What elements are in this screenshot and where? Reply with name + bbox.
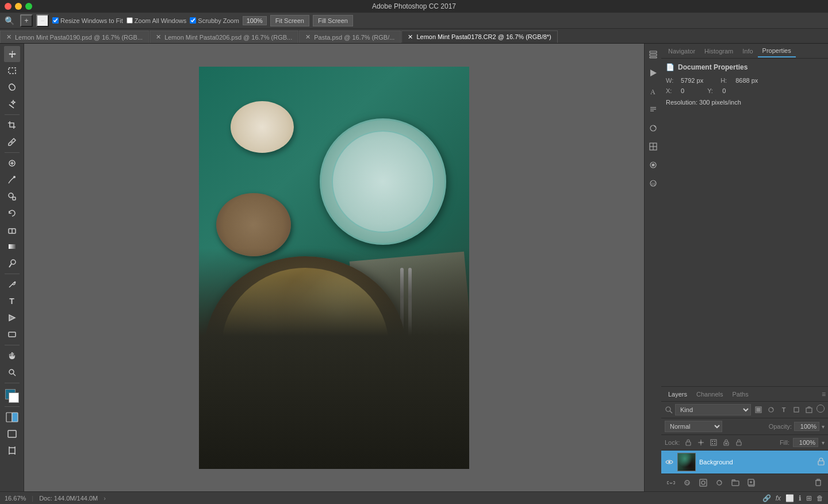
add-mask-button[interactable]	[697, 476, 710, 489]
tab-layers[interactable]: Layers	[664, 388, 692, 400]
tab-0[interactable]: ✕ Lemon Mint Pasta0190.psd @ 16.7% (RGB.…	[0, 30, 149, 43]
minimize-button[interactable]	[15, 3, 22, 10]
fill-value[interactable]: 100%	[793, 438, 818, 447]
spot-heal-tool[interactable]	[4, 155, 20, 171]
zoom-value-input[interactable]	[243, 16, 267, 25]
layer-kind-select[interactable]: Kind	[675, 404, 751, 415]
toolbar-separator-4	[5, 345, 20, 345]
hand-tool[interactable]	[4, 348, 20, 364]
history-brush-tool[interactable]	[4, 205, 20, 221]
lock-pixels-button[interactable]	[683, 437, 693, 448]
plate-inner	[332, 130, 434, 233]
tab-0-title: Lemon Mint Pasta0190.psd @ 16.7% (RGB...	[15, 34, 143, 41]
gradient-tool[interactable]	[4, 238, 20, 255]
layer-visibility-eye[interactable]	[665, 457, 674, 467]
shape-tool[interactable]	[4, 326, 20, 343]
fill-screen-button[interactable]: Fill Screen	[313, 15, 353, 26]
blend-mode-select[interactable]: Normal	[665, 421, 722, 432]
tabs-bar: ✕ Lemon Mint Pasta0190.psd @ 16.7% (RGB.…	[0, 29, 828, 44]
zoom-in-button[interactable]: +	[20, 14, 33, 27]
trash-icon[interactable]: 🗑	[816, 494, 823, 502]
type-tool[interactable]: T	[4, 293, 20, 309]
lock-position-button[interactable]	[696, 437, 706, 448]
zoom-all-checkbox[interactable]	[126, 17, 133, 24]
adjustment-layer-button[interactable]	[713, 476, 726, 489]
panel-icon-table[interactable]	[647, 140, 660, 153]
color-picker[interactable]	[4, 388, 20, 404]
panel-icon-paragraph[interactable]	[647, 103, 660, 116]
layer-item-background[interactable]: Background	[661, 451, 828, 474]
eyedropper-tool[interactable]	[4, 134, 20, 150]
shape-filter-icon[interactable]	[791, 405, 802, 415]
svg-rect-71	[732, 481, 739, 486]
zoom-tool[interactable]	[4, 364, 20, 380]
info-icon[interactable]: ℹ	[799, 494, 802, 502]
type-filter-icon[interactable]: T	[779, 405, 789, 415]
mask-icon[interactable]: ⬜	[785, 494, 794, 502]
pen-tool[interactable]	[4, 276, 20, 293]
lock-toggle-button[interactable]	[734, 437, 744, 448]
background-color[interactable]	[9, 393, 19, 403]
fx-icon[interactable]: fx	[776, 494, 781, 502]
tab-2[interactable]: ✕ Pasta.psd @ 16.7% (RGB/...	[299, 30, 401, 43]
clone-tool[interactable]	[4, 188, 20, 205]
artboard-tool[interactable]	[4, 443, 20, 459]
smartobj-filter-icon[interactable]	[804, 405, 814, 415]
link-icon[interactable]: 🔗	[762, 494, 771, 502]
new-layer-button[interactable]	[745, 476, 758, 489]
screen-mode-button[interactable]	[4, 426, 20, 442]
scrubby-zoom-checkbox[interactable]	[190, 17, 196, 24]
lock-all-button[interactable]	[721, 437, 731, 448]
panel-icon-type[interactable]: A	[647, 85, 660, 98]
fullscreen-button[interactable]	[25, 3, 32, 10]
tab-3[interactable]: ✕ Lemon Mint Pasta0178.CR2 @ 16.7% (RGB/…	[401, 30, 557, 43]
brush-tool[interactable]	[4, 172, 20, 188]
tab-channels[interactable]: Channels	[692, 388, 727, 400]
filter-toggle[interactable]	[816, 405, 825, 413]
resize-windows-label[interactable]: Resize Windows to Fit	[52, 17, 123, 24]
zoom-all-label[interactable]: Zoom All Windows	[126, 17, 186, 24]
layer-thumbnail	[677, 453, 696, 471]
layers-tabs: Layers Channels Paths	[664, 388, 753, 400]
wand-tool[interactable]	[4, 96, 20, 112]
opacity-value[interactable]: 100%	[794, 422, 819, 431]
add-style-button[interactable]: fx	[681, 476, 693, 489]
fit-screen-button[interactable]: Fit Screen	[270, 15, 309, 26]
resize-windows-checkbox[interactable]	[52, 17, 59, 24]
move-tool[interactable]	[4, 46, 20, 62]
adjustment-filter-icon[interactable]	[766, 405, 776, 415]
tab-paths[interactable]: Paths	[728, 388, 753, 400]
lock-artboard-button[interactable]	[708, 437, 719, 448]
quick-mask-button[interactable]	[4, 409, 20, 425]
pixel-filter-icon[interactable]	[753, 405, 764, 415]
tab-navigator[interactable]: Navigator	[664, 45, 700, 57]
grid-icon[interactable]: ⊞	[806, 494, 812, 502]
panel-icon-target[interactable]	[647, 159, 660, 171]
marquee-tool[interactable]	[4, 63, 20, 79]
canvas-area[interactable]	[24, 44, 644, 491]
panel-icon-layers[interactable]	[647, 48, 660, 61]
lasso-tool[interactable]	[4, 79, 20, 95]
tab-properties[interactable]: Properties	[758, 45, 796, 57]
doc-info-arrow[interactable]: ›	[103, 495, 106, 502]
close-button[interactable]	[5, 3, 12, 10]
tab-1[interactable]: ✕ Lemon Mint Pasta0206.psd @ 16.7% (RGB.…	[150, 30, 298, 43]
eraser-tool[interactable]	[4, 222, 20, 238]
canvas-image	[199, 67, 469, 469]
zoom-out-button[interactable]: −	[36, 14, 49, 27]
tab-info[interactable]: Info	[738, 45, 757, 57]
path-select-tool[interactable]	[4, 310, 20, 326]
dodge-tool[interactable]	[4, 255, 20, 271]
scrubby-zoom-label[interactable]: Scrubby Zoom	[190, 17, 239, 24]
panel-icon-cc[interactable]: cc	[647, 177, 660, 190]
crop-tool[interactable]	[4, 117, 20, 133]
panel-icon-color[interactable]	[647, 122, 660, 134]
panel-icon-play[interactable]	[647, 67, 660, 79]
link-layers-button[interactable]	[665, 476, 677, 489]
new-group-button[interactable]	[729, 476, 742, 489]
delete-layer-button[interactable]	[812, 476, 825, 489]
svg-point-14	[14, 282, 16, 283]
tab-histogram[interactable]: Histogram	[700, 45, 738, 57]
layer-filter-row: Kind T	[661, 402, 828, 418]
layers-menu-button[interactable]: ≡	[822, 390, 826, 398]
